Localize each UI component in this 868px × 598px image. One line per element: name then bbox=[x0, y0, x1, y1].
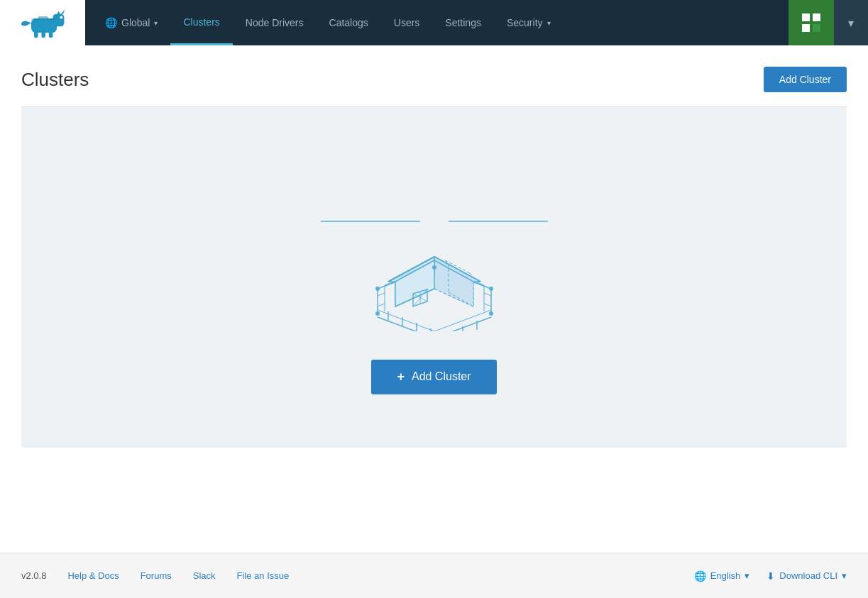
footer-link-help[interactable]: Help & Docs bbox=[67, 570, 119, 581]
chevron-down-icon-cli: ▾ bbox=[842, 570, 847, 581]
nav-item-global[interactable]: 🌐 Global ▾ bbox=[92, 0, 170, 45]
globe-icon: 🌐 bbox=[694, 570, 706, 582]
logo[interactable] bbox=[0, 0, 85, 45]
svg-point-64 bbox=[489, 287, 493, 291]
nav-item-clusters[interactable]: Clusters bbox=[170, 0, 232, 45]
chevron-down-icon-security: ▾ bbox=[547, 19, 551, 27]
add-cluster-center-label: Add Cluster bbox=[412, 370, 471, 383]
nav-security-label: Security bbox=[507, 17, 543, 28]
page-header: Clusters Add Cluster bbox=[21, 67, 847, 92]
app-switcher-button[interactable] bbox=[789, 0, 834, 45]
footer-right: 🌐 English ▾ ⬇ Download CLI ▾ bbox=[694, 570, 847, 582]
nav-users-label: Users bbox=[394, 17, 420, 28]
chevron-down-icon-nav: ▾ bbox=[848, 16, 854, 30]
svg-point-65 bbox=[489, 311, 493, 316]
svg-rect-3 bbox=[41, 31, 45, 38]
main-content: Clusters Add Cluster bbox=[0, 45, 868, 553]
nav-item-users[interactable]: Users bbox=[381, 0, 433, 45]
language-label: English bbox=[710, 570, 741, 581]
nav-catalogs-label: Catalogs bbox=[329, 17, 368, 28]
svg-point-62 bbox=[432, 265, 436, 270]
chevron-down-icon: ▾ bbox=[154, 19, 158, 27]
nav-item-node-drivers[interactable]: Node Drivers bbox=[233, 0, 317, 45]
navbar: 🌐 Global ▾ Clusters Node Drivers Catalog… bbox=[0, 0, 868, 45]
page-title: Clusters bbox=[21, 69, 89, 91]
nav-global-label: Global bbox=[121, 17, 150, 28]
svg-line-28 bbox=[378, 304, 385, 306]
app-grid-icon bbox=[800, 11, 823, 34]
download-cli-button[interactable]: ⬇ Download CLI ▾ bbox=[767, 570, 847, 582]
svg-rect-8 bbox=[802, 13, 810, 21]
svg-rect-7 bbox=[38, 16, 48, 18]
svg-rect-10 bbox=[802, 24, 810, 32]
footer-link-slack[interactable]: Slack bbox=[193, 570, 216, 581]
rancher-logo-svg bbox=[14, 7, 71, 39]
svg-rect-11 bbox=[813, 24, 820, 32]
navbar-right: ▾ bbox=[789, 0, 868, 45]
chevron-down-icon-lang: ▾ bbox=[745, 570, 749, 581]
svg-line-32 bbox=[484, 304, 491, 306]
nav-item-catalogs[interactable]: Catalogs bbox=[317, 0, 381, 45]
footer-version: v2.0.8 bbox=[21, 570, 46, 581]
nav-node-drivers-label: Node Drivers bbox=[246, 17, 304, 28]
cluster-illustration bbox=[300, 161, 569, 331]
svg-line-31 bbox=[484, 293, 491, 296]
globe-nav-icon: 🌐 bbox=[105, 17, 117, 28]
svg-point-60 bbox=[375, 287, 380, 291]
nav-items: 🌐 Global ▾ Clusters Node Drivers Catalog… bbox=[85, 0, 789, 45]
download-icon: ⬇ bbox=[767, 570, 775, 582]
nav-settings-label: Settings bbox=[445, 17, 481, 28]
footer: v2.0.8 Help & Docs Forums Slack File an … bbox=[0, 553, 868, 598]
nav-item-security[interactable]: Security ▾ bbox=[494, 0, 564, 45]
svg-rect-4 bbox=[49, 31, 53, 38]
svg-line-27 bbox=[378, 293, 385, 296]
svg-rect-2 bbox=[34, 31, 38, 38]
svg-rect-9 bbox=[813, 13, 820, 21]
empty-state: + Add Cluster bbox=[21, 107, 847, 448]
footer-link-forums[interactable]: Forums bbox=[141, 570, 172, 581]
navbar-dropdown-button[interactable]: ▾ bbox=[834, 0, 868, 45]
svg-point-5 bbox=[60, 16, 62, 18]
nav-clusters-label: Clusters bbox=[183, 16, 219, 28]
download-cli-label: Download CLI bbox=[779, 570, 837, 581]
add-cluster-button-center[interactable]: + Add Cluster bbox=[371, 360, 496, 394]
svg-line-14 bbox=[378, 317, 434, 331]
svg-point-61 bbox=[375, 311, 380, 316]
add-cluster-button-top[interactable]: Add Cluster bbox=[764, 67, 847, 92]
nav-item-settings[interactable]: Settings bbox=[432, 0, 494, 45]
footer-link-issue[interactable]: File an Issue bbox=[237, 570, 290, 581]
plus-icon: + bbox=[397, 370, 405, 384]
language-selector[interactable]: 🌐 English ▾ bbox=[694, 570, 750, 582]
